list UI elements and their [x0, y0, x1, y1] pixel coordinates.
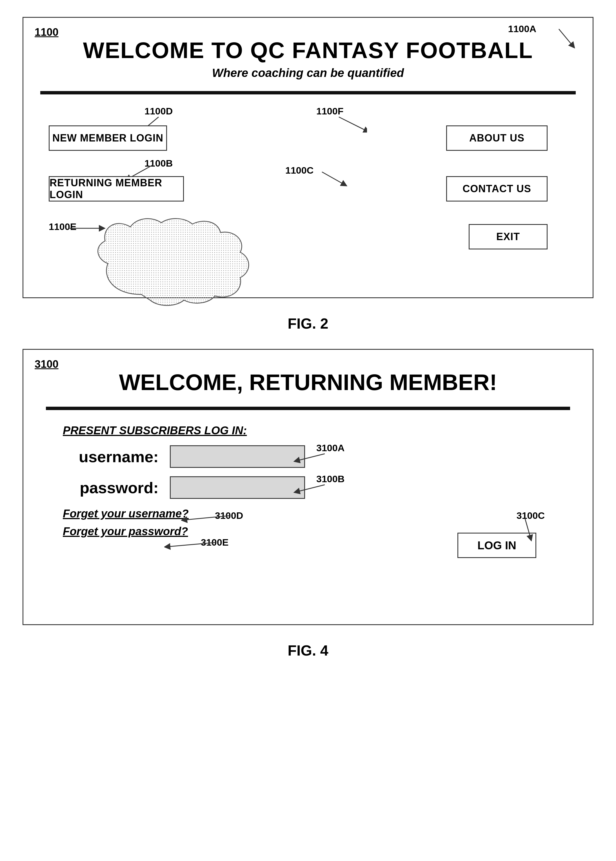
cloud-graphic — [85, 216, 271, 312]
svg-line-10 — [167, 543, 215, 547]
svg-line-11 — [525, 519, 531, 538]
exit-button[interactable]: EXIT — [469, 224, 548, 249]
ann-1100a-arrow — [508, 18, 592, 63]
username-row: username: 3100A — [63, 445, 570, 468]
svg-line-4 — [322, 172, 344, 184]
fig4-label: FIG. 4 — [22, 642, 594, 659]
returning-member-login-button[interactable]: RETURNING MEMBER LOGIN — [49, 176, 184, 201]
svg-line-2 — [339, 117, 367, 131]
password-input[interactable] — [170, 476, 305, 499]
svg-line-7 — [297, 454, 325, 461]
ann-3100c-arrow — [508, 516, 553, 544]
ann-3100a-arrow — [291, 448, 336, 465]
fig2-subtitle: Where coaching can be quantified — [40, 66, 576, 80]
fig4-ref-label: 3100 — [35, 358, 58, 370]
username-input[interactable] — [170, 445, 305, 468]
ann-1100c-arrow — [285, 164, 364, 192]
password-row: password: 3100B — [63, 476, 570, 499]
svg-line-8 — [297, 485, 325, 492]
fig4-container: 3100 WELCOME, RETURNING MEMBER! PRESENT … — [22, 349, 594, 625]
fig4-subscribers-label: PRESENT SUBSCRIBERS LOG IN: — [63, 424, 570, 437]
ann-1100f-arrow — [311, 103, 367, 137]
fig2-divider — [40, 91, 576, 94]
fig4-divider — [46, 407, 570, 410]
fig2-label: FIG. 2 — [22, 315, 594, 332]
ann-3100b-arrow — [291, 479, 336, 496]
fig2-ref-label: 1100 — [35, 26, 58, 38]
username-label: username: — [63, 447, 159, 466]
ann-3100d-arrow — [181, 512, 232, 526]
svg-line-0 — [559, 29, 573, 46]
fig4-title: WELCOME, RETURNING MEMBER! — [46, 370, 570, 395]
contact-us-button[interactable]: CONTACT US — [446, 176, 548, 201]
forget-username-link[interactable]: Forget your username? — [63, 507, 570, 520]
fig2-title: WELCOME TO QC FANTASY FOOTBALL — [40, 38, 576, 63]
new-member-login-button[interactable]: NEW MEMBER LOGIN — [49, 126, 167, 151]
ann-3100e-arrow — [164, 538, 220, 552]
about-us-button[interactable]: ABOUT US — [446, 126, 548, 151]
fig2-container: 1100 1100A WELCOME TO QC FANTASY FOOTBAL… — [22, 17, 594, 298]
password-label: password: — [63, 479, 159, 497]
svg-line-9 — [184, 516, 229, 520]
